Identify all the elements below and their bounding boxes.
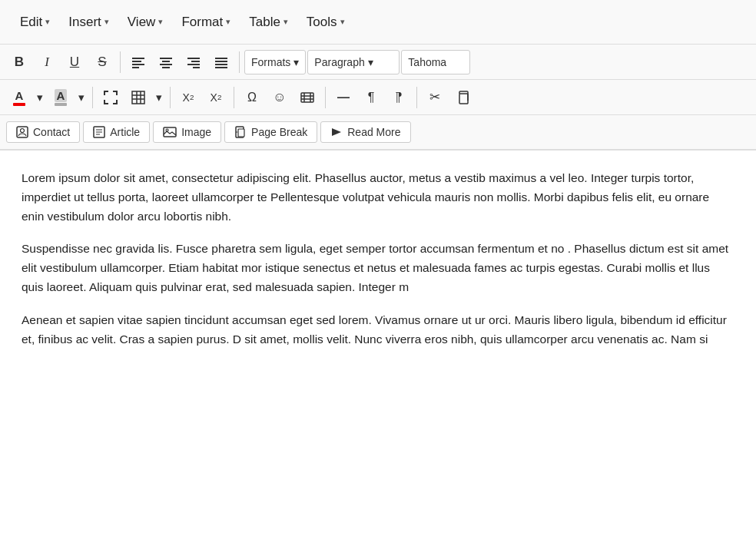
contact-icon xyxy=(16,126,28,138)
svg-point-31 xyxy=(166,129,168,131)
formats-dropdown[interactable]: Formats ▾ xyxy=(244,50,306,74)
table-dropdown-button[interactable]: ▾ xyxy=(153,85,165,110)
readmore-icon xyxy=(330,127,343,137)
strikethrough-button[interactable]: S xyxy=(89,50,115,74)
paragraph-mark-button[interactable]: ¶ xyxy=(358,85,384,110)
subscript-button[interactable]: X2 xyxy=(175,85,201,110)
superscript-button[interactable]: X2 xyxy=(203,85,229,110)
media-embed-button[interactable] xyxy=(294,85,320,110)
menu-tools[interactable]: Tools ▾ xyxy=(299,10,353,35)
svg-marker-35 xyxy=(332,128,341,136)
bold-button[interactable]: B xyxy=(6,50,32,74)
article-icon xyxy=(93,126,105,138)
image-icon xyxy=(163,127,177,137)
menu-table[interactable]: Table ▾ xyxy=(241,10,296,35)
menu-bar: Edit ▾ Insert ▾ View ▾ Format ▾ Table ▾ … xyxy=(0,0,756,45)
toolbar-row-2: A ▾ A ▾ ▾ X2 X2 xyxy=(0,80,756,115)
svg-rect-16 xyxy=(132,91,144,104)
insert-chevron-icon: ▾ xyxy=(104,17,109,27)
menu-edit[interactable]: Edit ▾ xyxy=(12,10,58,35)
copy-button[interactable] xyxy=(449,85,476,110)
fullscreen-button[interactable] xyxy=(98,85,124,110)
insert-article-button[interactable]: Article xyxy=(83,121,150,143)
separator-7 xyxy=(416,87,417,108)
formats-chevron-icon: ▾ xyxy=(293,56,299,68)
content-area[interactable]: Lorem ipsum dolor sit amet, consectetur … xyxy=(0,151,756,381)
separator-4 xyxy=(170,87,171,108)
highlight-bar xyxy=(55,103,67,106)
pagebreak-icon xyxy=(234,126,247,138)
toolbar-row-1: B I U S xyxy=(0,45,756,80)
svg-rect-26 xyxy=(459,94,468,104)
svg-rect-34 xyxy=(238,129,244,137)
highlight-dropdown-button[interactable]: ▾ xyxy=(75,85,88,110)
menu-format[interactable]: Format ▾ xyxy=(174,10,238,35)
font-color-button[interactable]: A xyxy=(6,85,32,110)
menu-view[interactable]: View ▾ xyxy=(120,10,171,35)
emoji-button[interactable]: ☺ xyxy=(267,85,293,110)
toolbar-row-3: Contact Article Image Page Break R xyxy=(0,115,756,151)
align-left-button[interactable] xyxy=(125,50,151,74)
separator-3 xyxy=(92,87,93,108)
separator-5 xyxy=(234,87,234,108)
align-justify-button[interactable] xyxy=(208,50,234,74)
italic-button[interactable]: I xyxy=(34,50,60,74)
fontcolor-letter: A xyxy=(15,89,24,102)
align-right-button[interactable] xyxy=(181,50,207,74)
svg-rect-21 xyxy=(301,93,313,102)
insert-readmore-button[interactable]: Read More xyxy=(320,121,410,143)
special-chars-button[interactable]: Ω xyxy=(239,85,265,110)
align-center-button[interactable] xyxy=(153,50,179,74)
underline-button[interactable]: U xyxy=(61,50,88,74)
fontcolor-bar xyxy=(13,103,25,106)
separator-2 xyxy=(239,51,240,73)
insert-contact-button[interactable]: Contact xyxy=(6,121,80,143)
view-chevron-icon: ▾ xyxy=(158,17,163,27)
paragraph-dropdown[interactable]: Paragraph ▾ xyxy=(307,50,400,74)
insert-image-button[interactable]: Image xyxy=(153,121,221,143)
rtl-button[interactable]: ¶ xyxy=(386,85,412,110)
edit-chevron-icon: ▾ xyxy=(45,17,50,27)
insert-pagebreak-button[interactable]: Page Break xyxy=(224,121,317,143)
table-chevron-icon: ▾ xyxy=(284,17,288,27)
font-color-dropdown-button[interactable]: ▾ xyxy=(34,85,46,110)
paragraph-1: Lorem ipsum dolor sit amet, consectetur … xyxy=(22,169,734,226)
highlight-button[interactable]: A xyxy=(48,85,74,110)
paragraph-2: Suspendisse nec gravida lis. Fusce phare… xyxy=(22,240,734,296)
tools-chevron-icon: ▾ xyxy=(340,17,345,27)
menu-insert[interactable]: Insert ▾ xyxy=(61,10,117,35)
font-dropdown[interactable]: Tahoma xyxy=(401,50,470,74)
separator-6 xyxy=(325,87,326,108)
svg-point-28 xyxy=(21,129,25,133)
paragraph-3: Aenean et sapien vitae sapien tincidunt … xyxy=(22,311,734,349)
hr-button[interactable]: — xyxy=(330,85,356,110)
highlight-letter: A xyxy=(55,89,68,102)
cut-button[interactable]: ✂ xyxy=(422,85,448,110)
paragraph-chevron-icon: ▾ xyxy=(368,56,373,68)
format-chevron-icon: ▾ xyxy=(226,17,230,27)
separator-1 xyxy=(120,51,121,73)
table-insert-button[interactable] xyxy=(125,85,151,110)
